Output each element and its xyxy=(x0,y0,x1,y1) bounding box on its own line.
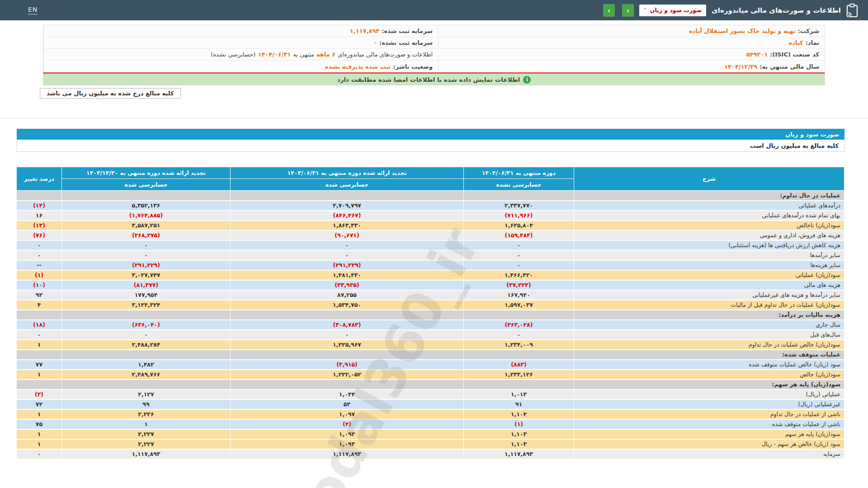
value-year-period: ۰ xyxy=(62,240,231,250)
value-pct-change: (۱۳) xyxy=(17,221,62,230)
table-row: سود(زیان) ناخالص۱,۶۲۵,۸۰۴۱,۸۶۳,۳۳۰۳,۵۸۷,… xyxy=(17,221,844,230)
prev-report-button[interactable]: ‹ xyxy=(622,4,634,17)
value-pct-change: (۳) xyxy=(17,389,62,399)
value-pct-change: -- xyxy=(17,260,62,270)
clipboard-icon xyxy=(846,4,858,17)
value-year-period: ۳,۰۲۷,۷۴۷ xyxy=(62,270,231,280)
header-desc: شرح xyxy=(574,167,844,191)
period-prefix: اطلاعات و صورت‌های مالی میاندوره‌ای xyxy=(338,51,433,58)
unregistered-capital-label: سرمایه ثبت نشده: xyxy=(379,39,433,46)
fiscal-year-value: ۱۴۰۴/۱۲/۲۹ xyxy=(724,63,757,70)
value-pct-change: ۰ xyxy=(17,250,62,260)
statement-title: صورت سود و زیان xyxy=(785,131,839,138)
value-mid-period: (۳,۹۱۵) xyxy=(231,360,464,370)
next-report-button[interactable]: › xyxy=(603,4,615,17)
registered-capital-row: سرمایه ثبت شده: ۱,۱۱۷,۸۹۳ xyxy=(43,25,438,37)
value-year-period: (۱,۷۶۴,۸۸۵) xyxy=(62,211,231,221)
registered-capital-label: سرمایه ثبت شده: xyxy=(382,28,433,34)
info-icon: i xyxy=(523,76,531,84)
table-row: هزینه کاهش ارزش دریافتنی ها (هزینه استثن… xyxy=(17,240,844,250)
value-mid-period: ۲,۷۰۹,۷۹۷ xyxy=(231,201,464,211)
value-year-period: ۰ xyxy=(62,250,231,260)
row-label: سود(زیان) خالص عملیات در حال تداوم xyxy=(574,340,844,350)
empty-cell xyxy=(231,350,464,360)
value-current-period: ۱,۱۰۴ xyxy=(464,409,574,419)
isic-label: کد صنعت (ISIC): xyxy=(770,51,819,58)
value-year-period: (۸۱,۳۷۷) xyxy=(62,280,231,290)
income-statement-body: عملیات در حال تداوم:درآمدهای عملیاتی۲,۳۳… xyxy=(17,191,844,459)
section-label: سود(زیان) پایه هر سهم: xyxy=(574,380,844,389)
value-year-period: (۲۶۸,۲۷۵) xyxy=(62,230,231,240)
header-pct-change: درصد تغییر xyxy=(17,167,62,191)
value-year-period: ۱ xyxy=(62,419,231,429)
value-current-period: ۱,۲۳۳,۱۲۶ xyxy=(464,370,574,380)
value-mid-period: ۰ xyxy=(231,250,464,260)
value-mid-period: (۸۴۶,۴۶۷) xyxy=(231,211,464,221)
table-row: هزینه های فروش، اداری و عمومی(۱۵۹,۴۸۴)(۹… xyxy=(17,230,844,240)
value-year-period: ۰ xyxy=(62,330,231,340)
value-mid-period: ۱,۸۶۳,۳۳۰ xyxy=(231,221,464,230)
value-pct-change: ۷۲ xyxy=(17,399,62,409)
row-label: ناشی از عملیات متوقف شده xyxy=(574,419,844,429)
value-current-period: ۰ xyxy=(464,330,574,340)
table-row: بهای تمام شده درآمدهای عملیاتی(۷۱۱,۹۶۶)(… xyxy=(17,211,844,221)
value-current-period: ۱,۱۱۷,۸۹۳ xyxy=(464,449,574,459)
value-pct-change: ۱ xyxy=(17,429,62,439)
empty-cell xyxy=(17,191,62,201)
value-mid-period: ۱,۲۲۵,۹۶۷ xyxy=(231,340,464,350)
isic-value: ۵۴۹۲۰۱ xyxy=(746,51,768,58)
value-mid-period: (۴) xyxy=(231,419,464,429)
value-current-period: (۱) xyxy=(464,419,574,429)
value-pct-change: (۱۴) xyxy=(17,201,62,211)
unregistered-capital-value: ۰ xyxy=(373,39,377,46)
value-current-period: (۱۵۹,۴۸۴) xyxy=(464,230,574,240)
company-value: تهیه و تولید خاک نسوز استقلال آباده xyxy=(689,28,796,34)
period-mid: منتهی به xyxy=(293,51,314,58)
row-label: سایر درآمدها و هزینه های غیرعملیاتی xyxy=(574,290,844,300)
language-switch-en[interactable]: EN xyxy=(28,6,38,14)
value-current-period: ۹۱ xyxy=(464,399,574,409)
table-row: ناشی از عملیات متوقف شده(۱)(۴)۱۷۵ xyxy=(17,419,844,429)
value-pct-change: ۱ xyxy=(17,340,62,350)
value-current-period: (۳۷,۲۲۳) xyxy=(464,280,574,290)
value-pct-change: ۰ xyxy=(17,240,62,250)
statement-subtitle-bar: کلیه مبالغ به میلیون ریال است xyxy=(17,140,844,152)
publisher-status-row: وضعیت ناشر: ثبت شده پذیرفته نشده xyxy=(43,61,438,72)
value-year-period: ۱,۴۸۲ xyxy=(62,360,231,370)
signature-match-text: اطلاعات نمایش داده شده با اطلاعات امضا ش… xyxy=(337,76,520,83)
empty-cell xyxy=(17,380,62,389)
symbol-label: نماد: xyxy=(806,39,819,46)
symbol-value: کباده xyxy=(789,39,803,46)
row-label: عملیاتی (ریال) xyxy=(574,389,844,399)
table-row: سایر درآمدها۰۰۰۰ xyxy=(17,250,844,260)
value-year-period: (۶۳۶,۰۴۰) xyxy=(62,320,231,330)
unregistered-capital-row: سرمایه ثبت نشده: ۰ xyxy=(43,37,438,49)
row-label: سود (زیان) خالص هر سهم - ریال xyxy=(574,439,844,449)
table-row: غیرعملیاتی (ریال)۹۱۵۳۹۹۷۲ xyxy=(17,399,844,409)
row-label: سایر هزینه‌ها xyxy=(574,260,844,270)
empty-cell xyxy=(464,191,574,201)
table-row: سال‌های قبل۰۰۰۰ xyxy=(17,330,844,340)
value-mid-period: (۲۹۱,۲۲۹) xyxy=(231,260,464,270)
section-label: عملیات در حال تداوم: xyxy=(574,191,844,201)
row-label: سود (زیان) خالص عملیات متوقف شده xyxy=(574,360,844,370)
row-label: سایر درآمدها xyxy=(574,250,844,260)
period-suffix: (حسابرسی نشده) xyxy=(211,51,255,58)
value-current-period: ۱,۵۹۷,۰۳۷ xyxy=(464,300,574,310)
income-statement-table: شرح دوره منتهی به ۱۴۰۴/۰۶/۳۱ تجدید ارائه… xyxy=(16,167,844,460)
statement-title-bar: صورت سود و زیان xyxy=(17,129,844,140)
empty-cell xyxy=(231,380,464,389)
value-current-period: ۱,۴۶۶,۳۲۰ xyxy=(464,270,574,280)
value-pct-change: (۱) xyxy=(17,270,62,280)
value-mid-period: (۳۳,۹۳۵) xyxy=(231,280,464,290)
table-row: درآمدهای عملیاتی۲,۳۳۷,۷۷۰۲,۷۰۹,۷۹۷۵,۳۵۲,… xyxy=(17,201,844,211)
fiscal-year-row: سال مالی منتهی به: ۱۴۰۴/۱۲/۲۹ xyxy=(438,61,825,72)
report-type-dropdown[interactable]: صورت سود و زیان ˅ xyxy=(639,5,706,16)
value-year-period: ۱,۱۱۷,۸۹۳ xyxy=(62,449,231,459)
page-title: اطلاعات و صورت‌های مالی میاندوره‌ای xyxy=(712,6,841,14)
empty-cell xyxy=(62,191,231,201)
value-pct-change: (۱۸) xyxy=(17,320,62,330)
income-statement-section: @Codal360_ir شرح دوره منتهی به ۱۴۰۴/۰۶/۳… xyxy=(17,167,844,460)
value-current-period: ۱,۱۰۳ xyxy=(464,429,574,439)
empty-cell xyxy=(231,191,464,201)
